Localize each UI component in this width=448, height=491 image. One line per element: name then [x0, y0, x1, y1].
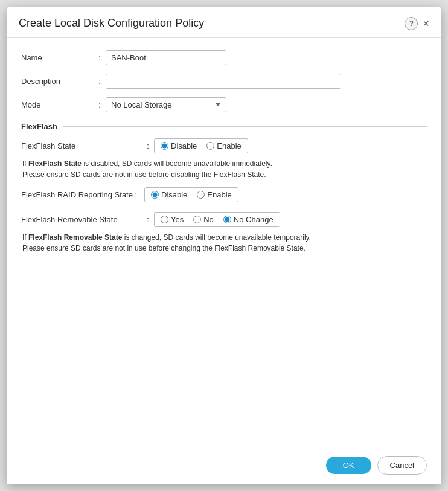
flexflash-removable-info: If FlexFlash Removable State is changed,…: [21, 232, 427, 254]
flexflash-removable-label: FlexFlash Removable State: [21, 215, 142, 224]
description-input[interactable]: [106, 74, 341, 89]
cancel-button[interactable]: Cancel: [377, 456, 427, 475]
flexflash-state-disable-radio[interactable]: [161, 142, 168, 150]
flexflash-state-radio-group: Disable Enable: [154, 138, 248, 153]
flexflash-raid-label: FlexFlash RAID Reporting State :: [21, 190, 142, 199]
flexflash-raid-enable-radio[interactable]: [197, 191, 205, 199]
description-colon: :: [94, 77, 106, 86]
description-label: Description: [21, 77, 94, 86]
flexflash-removable-no-radio[interactable]: [193, 216, 201, 223]
flexflash-state-enable-label: Enable: [217, 141, 241, 150]
flexflash-removable-bold: FlexFlash Removable State: [28, 233, 122, 242]
section-divider-line: [63, 126, 427, 127]
flexflash-raid-disable-option[interactable]: Disable: [151, 190, 187, 199]
close-button[interactable]: ×: [423, 18, 429, 29]
flexflash-removable-no-option[interactable]: No: [193, 215, 214, 224]
flexflash-removable-yes-radio[interactable]: [161, 216, 168, 223]
flexflash-removable-row: FlexFlash Removable State : Yes No No Ch…: [21, 212, 427, 227]
flexflash-state-bold: FlexFlash State: [28, 159, 82, 168]
description-row: Description :: [21, 74, 427, 89]
help-button[interactable]: ?: [405, 17, 418, 30]
flexflash-state-colon: :: [142, 141, 154, 150]
mode-select[interactable]: No Local Storage Any Configuration No RA…: [106, 97, 226, 112]
header-icons: ? ×: [405, 17, 429, 30]
flexflash-removable-no-label: No: [203, 215, 214, 224]
name-colon: :: [94, 53, 106, 62]
mode-colon: :: [94, 100, 106, 109]
flexflash-section-label: FlexFlash: [21, 122, 57, 131]
flexflash-state-disable-option[interactable]: Disable: [161, 141, 197, 150]
flexflash-removable-nochange-option[interactable]: No Change: [223, 215, 274, 224]
flexflash-state-enable-radio[interactable]: [206, 142, 214, 150]
name-input[interactable]: [106, 50, 226, 65]
flexflash-removable-nochange-label: No Change: [234, 215, 274, 224]
dialog-body: Name : Description : Mode : No Local Sto…: [7, 38, 441, 446]
flexflash-raid-row: FlexFlash RAID Reporting State : Disable…: [21, 187, 427, 202]
flexflash-removable-yes-label: Yes: [171, 215, 184, 224]
mode-row: Mode : No Local Storage Any Configuratio…: [21, 97, 427, 112]
dialog-footer: OK Cancel: [7, 446, 441, 484]
flexflash-state-enable-option[interactable]: Enable: [206, 141, 241, 150]
mode-label: Mode: [21, 100, 94, 109]
flexflash-state-row: FlexFlash State : Disable Enable: [21, 138, 427, 153]
flexflash-state-info: If FlexFlash State is disabled, SD cards…: [21, 158, 427, 180]
flexflash-state-label: FlexFlash State: [21, 141, 142, 150]
flexflash-removable-yes-option[interactable]: Yes: [161, 215, 184, 224]
dialog-title: Create Local Disk Configuration Policy: [19, 17, 204, 30]
flexflash-removable-colon: :: [142, 215, 154, 224]
ok-button[interactable]: OK: [326, 457, 371, 474]
name-row: Name :: [21, 50, 427, 65]
dialog-header: Create Local Disk Configuration Policy ?…: [7, 7, 441, 38]
name-label: Name: [21, 53, 94, 62]
flexflash-raid-enable-option[interactable]: Enable: [197, 190, 231, 199]
flexflash-raid-disable-label: Disable: [161, 190, 187, 199]
flexflash-removable-nochange-radio[interactable]: [223, 216, 231, 223]
flexflash-state-disable-label: Disable: [171, 141, 197, 150]
flexflash-raid-disable-radio[interactable]: [151, 191, 159, 199]
flexflash-section: FlexFlash: [21, 122, 427, 131]
create-policy-dialog: Create Local Disk Configuration Policy ?…: [7, 7, 441, 484]
flexflash-removable-radio-group: Yes No No Change: [154, 212, 280, 227]
flexflash-raid-radio-group: Disable Enable: [144, 187, 238, 202]
flexflash-raid-enable-label: Enable: [207, 190, 231, 199]
